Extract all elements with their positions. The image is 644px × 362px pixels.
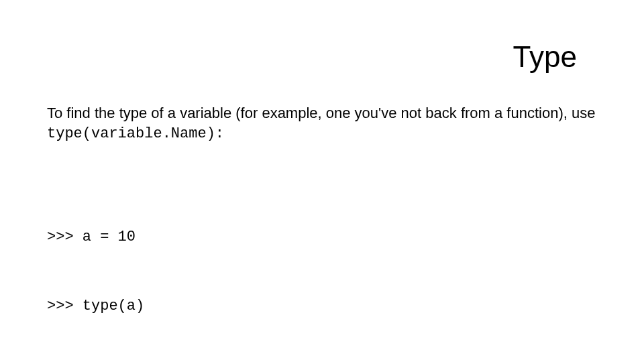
code-block: >>> a = 10 >>> type(a) <class 'int'> xyxy=(47,180,597,362)
slide-content: To find the type of a variable (for exam… xyxy=(47,104,597,362)
description-part1: To find the type of a variable (for exam… xyxy=(47,105,595,121)
code-line-2: >>> type(a) xyxy=(47,295,597,318)
slide-title: Type xyxy=(513,40,577,74)
description-text: To find the type of a variable (for exam… xyxy=(47,104,597,143)
description-code-inline: type(variable.Name): xyxy=(47,125,224,142)
code-line-1: >>> a = 10 xyxy=(47,226,597,249)
